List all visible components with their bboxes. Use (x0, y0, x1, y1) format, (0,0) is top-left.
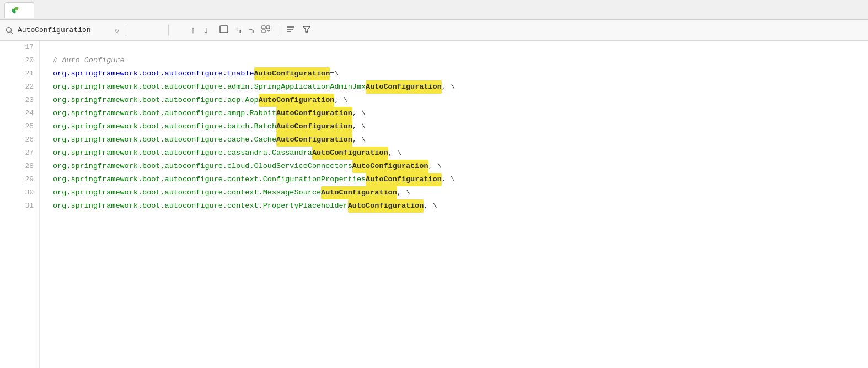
code-line: org.springframework.boot.autoconfigure.E… (53, 67, 868, 80)
select-all-button[interactable] (259, 24, 272, 36)
spring-factories-tab[interactable] (4, 2, 34, 18)
code-token: AutoConfiguration (312, 147, 388, 160)
divider2 (168, 25, 169, 36)
code-token: , \ (442, 80, 455, 94)
svg-rect-5 (262, 26, 265, 29)
svg-rect-6 (266, 26, 270, 29)
code-token: , \ (428, 160, 442, 173)
line-number: 20 (25, 54, 34, 67)
code-token: AutoConfiguration (276, 107, 352, 120)
code-token: , \ (334, 94, 347, 107)
code-token: AutoConfiguration (259, 94, 335, 107)
code-token: , \ (388, 147, 401, 160)
code-line: # Auto Configure (53, 54, 868, 67)
case-sensitive-button[interactable] (133, 29, 140, 31)
regex-button[interactable] (155, 29, 162, 31)
code-token: org.springframework.boot.autoconfigure.b… (53, 120, 276, 133)
code-token: , \ (397, 186, 410, 199)
code-line: org.springframework.boot.autoconfigure.a… (53, 94, 868, 107)
code-token: , \ (352, 133, 366, 147)
code-token: org.springframework.boot.autoconfigure.a… (53, 94, 259, 107)
line-number: 21 (25, 67, 34, 80)
line-number: 17 (25, 41, 34, 54)
line-number: 23 (25, 94, 34, 107)
line-number: 27 (25, 147, 34, 160)
search-icon (6, 26, 13, 34)
code-token: org.springframework.boot.autoconfigure.c… (53, 199, 348, 213)
code-token: org.springframework.boot.autoconfigure.c… (53, 147, 312, 160)
code-token: , \ (442, 173, 455, 186)
code-token: , \ (352, 120, 366, 133)
code-line: org.springframework.boot.autoconfigure.c… (53, 133, 868, 147)
search-down-button[interactable]: ↓ (202, 25, 211, 35)
code-line: org.springframework.boot.autoconfigure.c… (53, 186, 868, 199)
code-token: org.springframework.boot.autoconfigure.c… (53, 133, 276, 147)
divider (126, 25, 126, 36)
code-token: AutoConfiguration (321, 186, 397, 199)
code-token: org.springframework.boot.autoconfigure.c… (53, 160, 352, 173)
toolbar-icons: +II −II (217, 24, 313, 36)
code-token: , \ (424, 199, 437, 213)
code-token: AutoConfiguration (348, 199, 424, 213)
code-token: , \ (352, 107, 366, 120)
line-number: 30 (25, 186, 34, 199)
search-up-button[interactable]: ↑ (189, 25, 197, 35)
divider3 (278, 25, 278, 36)
line-number: 29 (25, 173, 34, 186)
search-bar: ↺ ↑ ↓ +II −II (0, 20, 868, 41)
code-token: AutoConfiguration (352, 160, 428, 173)
line-number: 22 (25, 80, 34, 94)
code-line: org.springframework.boot.autoconfigure.c… (53, 160, 868, 173)
code-line (53, 41, 868, 54)
filter-button[interactable] (301, 24, 313, 36)
svg-rect-7 (262, 30, 265, 33)
svg-rect-4 (220, 26, 228, 33)
line-number: 24 (25, 107, 34, 120)
svg-marker-11 (303, 26, 310, 32)
code-line: org.springframework.boot.autoconfigure.c… (53, 173, 868, 186)
code-area[interactable]: # Auto Configureorg.springframework.boot… (40, 41, 868, 368)
code-token: AutoConfiguration (254, 67, 330, 80)
line-number: 25 (25, 120, 34, 133)
whole-word-button[interactable] (144, 29, 151, 31)
code-line: org.springframework.boot.autoconfigure.a… (53, 107, 868, 120)
search-back-button[interactable]: ↺ (115, 26, 119, 35)
line-number: 31 (25, 199, 34, 213)
code-token: # Auto Configure (53, 54, 125, 67)
code-line: org.springframework.boot.autoconfigure.b… (53, 120, 868, 133)
code-token: org.springframework.boot.autoconfigure.a… (53, 107, 276, 120)
spring-leaf-icon (10, 6, 19, 14)
editor: 17202122232425262728293031 # Auto Config… (0, 41, 868, 368)
line-number: 26 (25, 133, 34, 147)
code-token: AutoConfiguration (276, 133, 352, 147)
add-occurrence-button[interactable]: +II (234, 24, 243, 35)
code-token: AutoConfiguration (366, 80, 442, 94)
remove-occurrence-button[interactable]: −II (247, 24, 256, 35)
code-token: org.springframework.boot.autoconfigure.E… (53, 67, 254, 80)
open-in-find-button[interactable] (284, 24, 297, 36)
code-token: AutoConfiguration (276, 120, 352, 133)
search-input[interactable] (18, 26, 106, 34)
svg-line-3 (11, 31, 13, 34)
line-numbers: 17202122232425262728293031 (0, 41, 40, 368)
tab-bar (0, 0, 868, 20)
code-line: org.springframework.boot.autoconfigure.c… (53, 199, 868, 213)
code-token: org.springframework.boot.autoconfigure.a… (53, 80, 366, 94)
line-number: 28 (25, 160, 34, 173)
scope-button[interactable] (217, 24, 231, 36)
code-token: org.springframework.boot.autoconfigure.c… (53, 186, 321, 199)
code-line: org.springframework.boot.autoconfigure.a… (53, 80, 868, 94)
code-token: AutoConfiguration (366, 173, 442, 186)
code-token: org.springframework.boot.autoconfigure.c… (53, 173, 366, 186)
code-token: =\ (330, 67, 339, 80)
code-line: org.springframework.boot.autoconfigure.c… (53, 147, 868, 160)
